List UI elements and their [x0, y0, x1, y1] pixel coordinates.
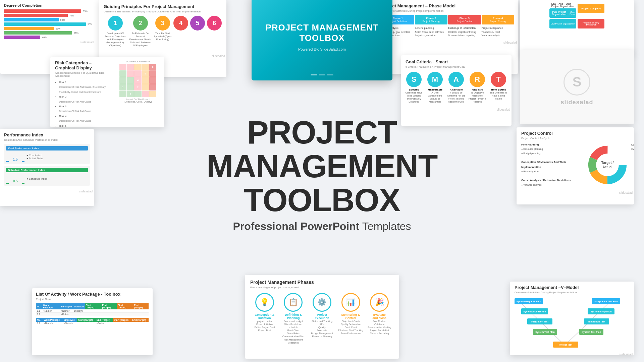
svg-text:Acceptance Test Plan: Acceptance Test Plan: [594, 300, 618, 303]
activity-table: NO. Work Package Employee Duration Start…: [36, 303, 149, 316]
slidesalad-letter: S: [573, 74, 582, 89]
risk-title: Risk Categories – Graphical Display: [55, 60, 113, 70]
svg-text:Integration Test: Integration Test: [531, 320, 549, 323]
control-title: Project Control: [521, 131, 629, 136]
svg-text:Target /: Target /: [601, 161, 614, 165]
vmodel-slide: Project Management –V–Model Overview of …: [510, 282, 634, 355]
svg-text:Integration Test: Integration Test: [588, 320, 605, 323]
svg-text:Project Test: Project Test: [559, 344, 572, 346]
performance-index-slide: Performance Index Cost Index And Schedul…: [0, 129, 94, 206]
project-control-slide: Project Control Project Control As Cycle…: [517, 127, 634, 204]
slidesalad-circle: S: [564, 69, 590, 96]
activity-subtitle: Project Name: [36, 298, 149, 301]
org-chart-slide: Low – And – StaffProject Organization Pu…: [520, 0, 634, 55]
featured-powered: Powered By: SlideSalad.com: [298, 47, 346, 51]
activity-title: List Of Activity / Work Package - Toolbo…: [36, 292, 149, 297]
barchart-title: Degree of Completion: [4, 3, 95, 7]
page-title: PROJECT MANAGEMENT TOOLBOX: [161, 116, 483, 217]
phase-details: Actual analysis Goal setting / goal defi…: [381, 26, 514, 37]
control-content: Fine Planning ● Resource planning ● Budg…: [521, 142, 629, 187]
phases-subtitle: Five main stages of project management: [250, 286, 394, 289]
goal-criteria-slide: Goal Criteria - Smart 5 Criteria That De…: [401, 55, 512, 126]
phases-slide: Project Management Phases Five main stag…: [245, 275, 399, 359]
risk-3: Risk 3:Description Of Risk And Cause: [59, 104, 113, 114]
guiding-title: Guiding Principles For Project Managemen…: [104, 4, 222, 9]
svg-text:System Architecture: System Architecture: [523, 310, 546, 313]
perf-subtitle: Cost Index And Schedule Performance Inde…: [4, 138, 90, 141]
smart-m: M: [427, 72, 443, 87]
principle-3: 3: [155, 16, 170, 31]
activity-table-2: NO. Work Package Employee Start (Target)…: [36, 318, 149, 325]
slidesalad-brand: slidesalad: [560, 99, 593, 106]
phase-title: Project Management – Phase Model: [381, 3, 514, 8]
phase-close: 🎉 Evaluateand close Post MortemCelebrate…: [366, 293, 392, 344]
risk-2: Risk 2:Description Of Risk And Cause: [59, 95, 113, 104]
guiding-subtitle: Determine The Guiding Philosophy Through…: [104, 10, 222, 13]
control-donut: Target / Actual Actual Data / Inventory: [586, 143, 629, 187]
slidesalad-logo-slide: S slidesalad: [520, 50, 634, 124]
phase-4: Phase 4Project Closing: [482, 15, 515, 24]
phase-conception: 💡 Conception &Initiation project charter…: [252, 293, 278, 344]
principle-4: 4: [173, 16, 188, 31]
risk-subtitle: Assessment Scheme For Qualitative Risk A…: [55, 71, 113, 77]
featured-dots: [311, 74, 333, 75]
featured-title: PROJECT MANAGEMENTTOOLBOX: [265, 22, 378, 43]
svg-point-4: [597, 154, 619, 176]
risk-matrix: Occurrence Probability 6 5 4 1 2: [116, 60, 160, 127]
table-row: 1.1<Name><Name><Date>: [36, 322, 149, 325]
principle-5: 5: [190, 16, 205, 31]
risk-1: Risk 1:Description Of Risk And Cause, If…: [59, 80, 113, 95]
table-row: 1.1<Name><Name>15 Days: [36, 309, 149, 313]
smart-circles: S Specific Objectives Have to be Specifi…: [406, 72, 507, 103]
schedule-gauge: 0.5: [6, 174, 24, 184]
cost-index: Cost Performance Index 1.5 ● Cost Index …: [4, 144, 90, 164]
goal-title: Goal Criteria - Smart: [406, 59, 507, 64]
watermark: slidesalad: [4, 40, 95, 45]
phase-monitoring: 📊 Monitoring &Control Objective / GoalsQ…: [338, 293, 364, 344]
page-subtitle: Professional PowerPoint Templates: [161, 221, 483, 233]
table-row: 1.1<Date>: [36, 313, 149, 316]
principle-2: 2: [133, 16, 148, 31]
principle-6: 6: [207, 16, 222, 31]
goal-subtitle: 5 Criteria That Define A Project Managem…: [406, 65, 507, 68]
risk-categories-slide: Risk Categories – Graphical Display Asse…: [50, 57, 164, 127]
smart-t: T: [491, 72, 506, 87]
svg-text:System Test Plan: System Test Plan: [535, 331, 554, 334]
cost-gauge: 1.5: [6, 152, 24, 162]
svg-text:System Requirements: System Requirements: [516, 300, 541, 303]
perf-title: Performance Index: [4, 132, 90, 137]
phase-definition: 📋 Definition &Planning Scope and budgetW…: [280, 293, 306, 344]
phase-bars: Phase 1Project Definition Phase 2Project…: [381, 15, 514, 24]
smart-r: R: [470, 72, 485, 87]
control-subtitle: Project Control As Cycle: [521, 137, 629, 140]
risk-4: Risk 4:Description Of Risk And Cause: [59, 114, 113, 124]
svg-text:Actual: Actual: [603, 165, 612, 169]
phase-execution: ⚙️ ProjectExecution Status and Tracking …: [309, 293, 335, 344]
activity-slide: List Of Activity / Work Package - Toolbo…: [32, 288, 153, 355]
svg-text:System Integration: System Integration: [590, 310, 611, 313]
principle-1: 1: [108, 16, 123, 31]
phase-2: Phase 2Project Planning: [415, 15, 448, 24]
main-title-area: PROJECT MANAGEMENT TOOLBOX Professional …: [161, 116, 483, 233]
phases-title: Project Management Phases: [250, 280, 394, 285]
perf-charts: Cost Performance Index 1.5 ● Cost Index …: [4, 144, 90, 186]
phase-circles: 💡 Conception &Initiation project charter…: [250, 293, 394, 344]
phase-subtitle: Overview of Activities During Project Im…: [381, 9, 514, 12]
featured-slide: PROJECT MANAGEMENTTOOLBOX Powered By: Sl…: [252, 0, 392, 80]
vmodel-diagram: System Requirements System Architecture …: [515, 297, 629, 349]
svg-text:System Test Plan: System Test Plan: [582, 331, 601, 334]
phase-3: Phase 3Project Control: [448, 15, 481, 24]
vmodel-subtitle: Overview of Activities During Project Im…: [515, 291, 629, 294]
smart-a: A: [448, 72, 464, 87]
schedule-index: Schedule Performance Index 0.5 ● Schedul…: [4, 166, 90, 186]
risk-5: Risk 5:Description Of Risk And Cause: [59, 124, 113, 127]
smart-s: S: [406, 72, 422, 87]
vmodel-title: Project Management –V–Model: [515, 285, 629, 290]
principles-icons: 1 Development Of Personal Objectives Wit…: [104, 16, 222, 47]
